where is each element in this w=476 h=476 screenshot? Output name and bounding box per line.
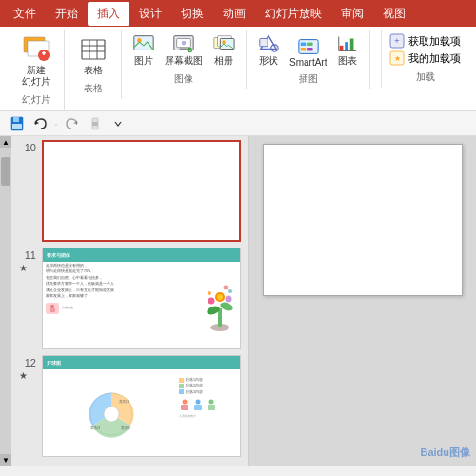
svg-rect-4	[43, 51, 45, 55]
ribbon-group-table: 表格 表格	[65, 30, 122, 99]
svg-point-54	[226, 296, 232, 303]
scrollbar-thumb[interactable]	[1, 157, 10, 186]
menu-insert[interactable]: 插入	[88, 2, 129, 26]
new-slide-label: 新建幻灯片	[22, 65, 50, 88]
table-label: 表格	[84, 65, 103, 76]
svg-rect-29	[340, 46, 344, 51]
menu-design[interactable]: 设计	[129, 2, 171, 26]
slide-thumb-11[interactable]: 要求与团体 走得再快也是没有用的， 明白走得快是能走完了70%。 包含我们自然、…	[42, 248, 241, 349]
svg-rect-30	[346, 42, 349, 50]
chart-button[interactable]: 图表	[333, 32, 362, 69]
redo-icon	[65, 116, 80, 131]
svg-point-67	[209, 399, 214, 404]
scroll-up-arrow[interactable]: ▲	[0, 136, 11, 148]
svg-point-57	[224, 286, 228, 290]
menu-file[interactable]: 文件	[4, 2, 46, 26]
svg-point-65	[196, 399, 201, 404]
album-button[interactable]: 相册	[209, 32, 238, 69]
svg-rect-39	[13, 117, 19, 122]
picture-label: 图片	[134, 54, 153, 68]
svg-rect-28	[307, 48, 313, 51]
svg-rect-26	[307, 42, 313, 46]
group-label-table: 表格	[84, 82, 103, 95]
svg-point-52	[217, 294, 223, 300]
menu-animation[interactable]: 动画	[213, 2, 255, 26]
screenshot-label: 屏幕截图	[165, 54, 203, 68]
svg-point-14	[182, 41, 187, 46]
my-addon-label: 我的加载项	[408, 51, 461, 66]
svg-rect-15	[179, 49, 188, 50]
ribbon-group-illustration: 形状 SmartArt	[247, 30, 370, 89]
svg-point-56	[228, 289, 232, 293]
vertical-scrollbar[interactable]: ▲ ▼	[0, 136, 11, 466]
svg-rect-66	[194, 405, 202, 410]
smartart-button[interactable]: SmartArt	[287, 35, 329, 69]
get-addon-button[interactable]: + 获取加载项	[387, 32, 463, 50]
slide-item-11: 11 ★ 要求与团体 走得再快也是没有用的， 明白走得快是能走完了70%。 包含…	[19, 248, 241, 349]
svg-rect-64	[181, 405, 188, 410]
menu-transition[interactable]: 切换	[171, 2, 213, 26]
dropdown-button[interactable]	[109, 114, 128, 133]
settings-icon	[88, 116, 103, 131]
svg-point-45	[50, 305, 54, 308]
my-addon-button[interactable]: ★ 我的加载项	[387, 50, 463, 67]
group-label-addon: 加载	[387, 70, 463, 84]
slide-number-10: 10	[19, 142, 36, 153]
svg-rect-40	[12, 124, 22, 129]
table-icon	[78, 34, 109, 65]
smartart-label: SmartArt	[289, 57, 327, 68]
svg-rect-68	[208, 405, 215, 410]
svg-rect-44	[92, 122, 98, 126]
svg-point-55	[208, 291, 211, 295]
slide-star-12: ★	[19, 370, 36, 381]
redo-button[interactable]	[63, 114, 82, 133]
svg-rect-25	[300, 42, 306, 46]
svg-point-53	[208, 298, 215, 305]
ribbon: 新建幻灯片 幻灯片 表格	[0, 27, 476, 111]
settings-button[interactable]	[86, 114, 105, 133]
shape-icon	[257, 33, 280, 54]
addon-group: + 获取加载项 ★ 我的加载项 加载	[381, 30, 468, 88]
slide-canvas	[263, 144, 463, 296]
picture-button[interactable]: 图片	[129, 32, 158, 69]
menu-start[interactable]: 开始	[46, 2, 88, 26]
picture-icon	[132, 33, 155, 54]
undo-icon	[32, 116, 48, 131]
menu-review[interactable]: 审阅	[331, 2, 373, 26]
slide-thumb-12[interactable]: 开球图	[42, 355, 241, 457]
svg-text:★: ★	[394, 54, 401, 63]
slide-star-11: ★	[19, 263, 36, 273]
svg-rect-27	[300, 48, 306, 51]
slide-number-12: 12	[19, 357, 36, 368]
shape-button[interactable]: 形状	[254, 32, 283, 69]
watermark: Baidu图像	[420, 446, 470, 460]
table-button[interactable]: 表格	[74, 32, 112, 78]
slide-thumb-10[interactable]	[42, 140, 241, 242]
slide-item-12: 12 ★ 开球图	[19, 355, 241, 457]
undo-button[interactable]	[30, 114, 50, 133]
slide-item-10: 10	[19, 140, 241, 242]
svg-point-59	[104, 407, 119, 422]
smartart-icon	[297, 36, 320, 57]
chevron-down-icon	[113, 119, 123, 129]
svg-rect-24	[299, 40, 318, 54]
screenshot-button[interactable]: 屏幕截图	[162, 32, 206, 69]
new-slide-button[interactable]: 新建幻灯片	[17, 32, 55, 89]
svg-rect-48	[218, 308, 222, 327]
ribbon-group-slides: 新建幻灯片 幻灯片	[8, 30, 65, 110]
save-button[interactable]	[8, 114, 27, 133]
svg-text:类别1: 类别1	[119, 399, 129, 404]
group-label-illustration: 插图	[299, 72, 318, 86]
album-label: 相册	[214, 54, 233, 68]
svg-rect-22	[260, 38, 268, 46]
album-icon	[212, 33, 235, 54]
menu-view[interactable]: 视图	[373, 2, 415, 26]
chart-label: 图表	[338, 54, 357, 68]
menu-slideshow[interactable]: 幻灯片放映	[255, 2, 331, 26]
scroll-down-arrow[interactable]: ▼	[0, 454, 11, 466]
svg-text:+: +	[394, 36, 399, 46]
slide-number-11: 11	[19, 249, 36, 261]
group-label-slides: 幻灯片	[22, 93, 50, 107]
shape-label: 形状	[259, 54, 278, 68]
svg-point-16	[188, 48, 193, 53]
